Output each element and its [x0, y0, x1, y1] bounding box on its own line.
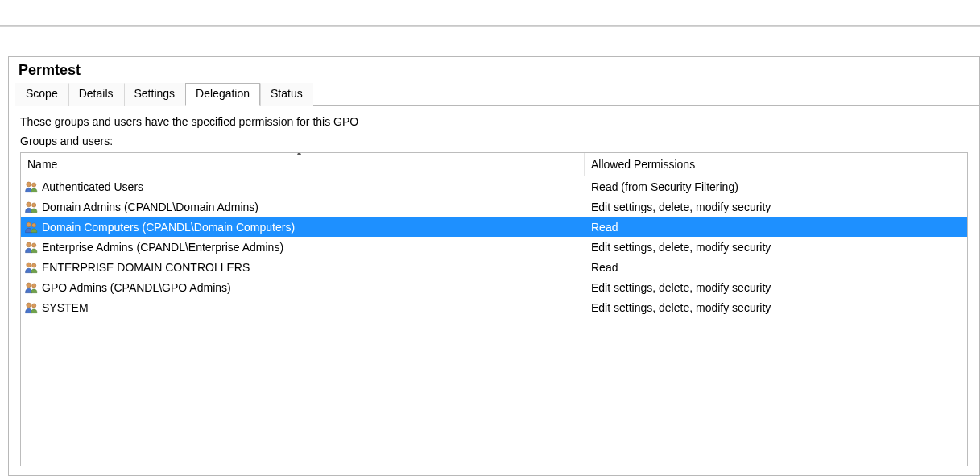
group-icon: [24, 221, 39, 234]
cell-name: Enterprise Admins (CPANDL\Enterprise Adm…: [21, 241, 585, 254]
delegation-description: These groups and users have the specifie…: [20, 115, 968, 128]
gpo-detail-pane: Permtest ScopeDetailsSettingsDelegationS…: [8, 56, 980, 476]
groups-users-listview[interactable]: Name ▴ Allowed Permissions Authenticated…: [20, 152, 968, 466]
tab-delegation-content: These groups and users have the specifie…: [9, 106, 979, 466]
tab-label: Settings: [134, 87, 176, 100]
table-row[interactable]: GPO Admins (CPANDL\GPO Admins)Edit setti…: [21, 277, 967, 297]
listview-body: Authenticated UsersRead (from Security F…: [21, 176, 967, 317]
svg-point-7: [32, 242, 36, 246]
cell-name: Authenticated Users: [21, 180, 585, 193]
column-header-name[interactable]: Name ▴: [21, 153, 585, 176]
table-row[interactable]: Authenticated UsersRead (from Security F…: [21, 176, 967, 197]
group-icon: [24, 261, 39, 274]
svg-point-0: [27, 182, 31, 187]
tab-settings[interactable]: Settings: [124, 83, 186, 106]
svg-point-9: [32, 263, 36, 267]
cell-permissions: Edit settings, delete, modify security: [585, 241, 967, 254]
column-header-permissions-label: Allowed Permissions: [591, 158, 695, 171]
row-name-label: Authenticated Users: [42, 180, 143, 193]
group-icon: [24, 241, 39, 254]
listview-header: Name ▴ Allowed Permissions: [21, 153, 967, 176]
tab-label: Details: [79, 87, 114, 100]
cell-permissions: Edit settings, delete, modify security: [585, 201, 967, 213]
svg-point-13: [32, 303, 36, 307]
cell-permissions: Edit settings, delete, modify security: [585, 281, 967, 294]
group-icon: [24, 201, 39, 213]
svg-point-2: [27, 202, 31, 207]
group-icon: [24, 281, 39, 294]
group-icon: [24, 180, 39, 193]
groups-users-label: Groups and users:: [20, 135, 968, 147]
row-name-label: Enterprise Admins (CPANDL\Enterprise Adm…: [42, 241, 283, 254]
row-name-label: Domain Computers (CPANDL\Domain Computer…: [42, 221, 295, 234]
row-name-label: ENTERPRISE DOMAIN CONTROLLERS: [42, 261, 250, 274]
svg-point-6: [27, 242, 31, 247]
table-row[interactable]: SYSTEMEdit settings, delete, modify secu…: [21, 297, 967, 317]
svg-point-4: [27, 222, 31, 227]
tab-scope[interactable]: Scope: [15, 83, 68, 106]
column-header-permissions[interactable]: Allowed Permissions: [585, 153, 967, 176]
group-icon: [24, 301, 39, 314]
top-divider: [0, 25, 980, 27]
cell-permissions: Edit settings, delete, modify security: [585, 301, 967, 314]
row-name-label: SYSTEM: [42, 301, 89, 314]
tab-label: Status: [271, 87, 303, 100]
cell-permissions: Read: [585, 221, 967, 234]
svg-point-1: [32, 182, 36, 186]
table-row[interactable]: ENTERPRISE DOMAIN CONTROLLERSRead: [21, 257, 967, 277]
tab-status[interactable]: Status: [260, 83, 313, 106]
cell-name: Domain Admins (CPANDL\Domain Admins): [21, 201, 585, 213]
cell-permissions: Read: [585, 261, 967, 274]
svg-point-8: [27, 263, 31, 267]
svg-point-5: [32, 222, 36, 226]
svg-point-10: [27, 283, 31, 288]
cell-name: Domain Computers (CPANDL\Domain Computer…: [21, 221, 585, 234]
tab-delegation[interactable]: Delegation: [185, 83, 260, 106]
tab-strip: ScopeDetailsSettingsDelegationStatus: [15, 82, 979, 106]
table-row[interactable]: Domain Computers (CPANDL\Domain Computer…: [21, 217, 967, 237]
svg-point-12: [27, 303, 31, 308]
cell-name: ENTERPRISE DOMAIN CONTROLLERS: [21, 261, 585, 274]
svg-point-3: [32, 202, 36, 206]
cell-name: GPO Admins (CPANDL\GPO Admins): [21, 281, 585, 294]
tab-label: Delegation: [196, 87, 250, 100]
row-name-label: Domain Admins (CPANDL\Domain Admins): [42, 201, 258, 213]
cell-permissions: Read (from Security Filtering): [585, 180, 967, 193]
page-title: Permtest: [19, 62, 979, 79]
sort-ascending-icon: ▴: [297, 152, 301, 156]
cell-name: SYSTEM: [21, 301, 585, 314]
table-row[interactable]: Domain Admins (CPANDL\Domain Admins)Edit…: [21, 197, 967, 217]
table-row[interactable]: Enterprise Admins (CPANDL\Enterprise Adm…: [21, 237, 967, 257]
tab-label: Scope: [26, 87, 58, 100]
tab-details[interactable]: Details: [68, 83, 124, 106]
svg-point-11: [32, 283, 36, 287]
row-name-label: GPO Admins (CPANDL\GPO Admins): [42, 281, 231, 294]
column-header-name-label: Name: [27, 158, 57, 171]
